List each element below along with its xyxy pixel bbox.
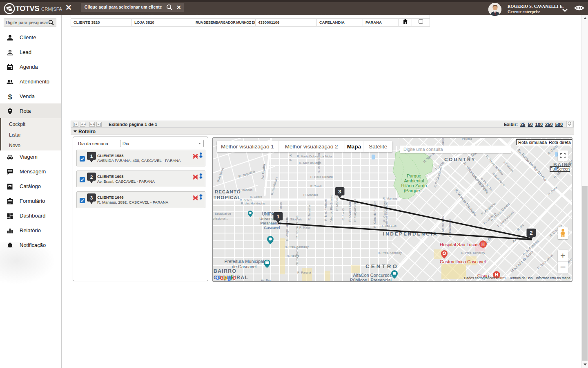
- svg-text:BAIRRO: BAIRRO: [214, 268, 236, 274]
- svg-text:1: 1: [276, 213, 280, 220]
- svg-text:Pelotas: Pelotas: [462, 138, 472, 141]
- svg-text:- Cascavel: - Cascavel: [262, 225, 280, 230]
- svg-text:de Cascavel: de Cascavel: [232, 264, 257, 269]
- svg-text:2: 2: [90, 174, 93, 180]
- svg-text:RECANTO: RECANTO: [215, 189, 241, 194]
- svg-text:R. das Hortências: R. das Hortências: [241, 202, 265, 205]
- svg-text:Parque: Parque: [407, 173, 421, 178]
- svg-text:Públicos | Presencial: Públicos | Presencial: [350, 278, 392, 282]
- svg-text:R. Sete de Setembro: R. Sete de Setembro: [385, 202, 388, 231]
- svg-text:R. Maria Dolores da Mota: R. Maria Dolores da Mota: [297, 155, 332, 158]
- svg-text:Nereu Ramos: Nereu Ramos: [295, 246, 299, 265]
- svg-text:1: 1: [90, 153, 93, 159]
- svg-text:3: 3: [338, 188, 341, 195]
- svg-text:TROPICAL: TROPICAL: [214, 195, 241, 200]
- svg-text:R. Paraná: R. Paraná: [297, 271, 312, 274]
- svg-text:R. Jorge Lacerda: R. Jorge Lacerda: [285, 217, 289, 241]
- svg-text:R. Manaus: R. Manaus: [238, 188, 253, 192]
- svg-text:Visc. do Rio Branco: Visc. do Rio Branco: [330, 195, 333, 222]
- svg-text:Prefeitura Municipal: Prefeitura Municipal: [224, 259, 264, 264]
- svg-text:R. Nereu Ramos: R. Nereu Ramos: [295, 215, 299, 238]
- svg-text:Estadual de: Estadual de: [215, 212, 231, 215]
- svg-text:R. Pres. Kennedy: R. Pres. Kennedy: [461, 251, 485, 255]
- svg-text:R. Pio XII: R. Pio XII: [341, 207, 345, 220]
- svg-text:R. São Luis: R. São Luis: [381, 224, 396, 228]
- svg-text:R. Ovaldo Cruz: R. Ovaldo Cruz: [348, 200, 352, 222]
- svg-text:R. Pres. Kennedy: R. Pres. Kennedy: [378, 251, 402, 255]
- svg-text:Gastroclínica Cascavel: Gastroclínica Cascavel: [440, 259, 486, 264]
- svg-text:3: 3: [90, 195, 93, 201]
- svg-text:2: 2: [530, 230, 533, 236]
- svg-text:R. Teresina: R. Teresina: [307, 204, 311, 220]
- svg-text:(Parque…: (Parque…: [404, 188, 424, 193]
- svg-text:R. Mal. Floriano: R. Mal. Floriano: [324, 199, 327, 221]
- svg-text:Hilário Zardo: Hilário Zardo: [401, 183, 427, 188]
- svg-text:R. Manaus: R. Manaus: [383, 197, 398, 200]
- svg-text:R. Tuiuti: R. Tuiuti: [310, 184, 322, 188]
- svg-text:R. Jo: R. Jo: [289, 153, 292, 161]
- svg-text:R. Hélio Richard: R. Hélio Richard: [310, 175, 333, 179]
- svg-text:R. Natal: R. Natal: [299, 226, 310, 229]
- svg-text:Ambiental: Ambiental: [404, 178, 424, 183]
- svg-text:AlfaCon Concursos: AlfaCon Concursos: [353, 273, 392, 278]
- svg-text:$: $: [8, 93, 12, 100]
- svg-text:R. Manaus: R. Manaus: [303, 193, 318, 197]
- svg-text:Hospital São Lucas: Hospital São Lucas: [440, 242, 479, 247]
- svg-text:H: H: [481, 242, 485, 247]
- svg-text:c. do Rio Bran: c. do Rio Bran: [317, 153, 321, 173]
- svg-text:CENTRO: CENTRO: [365, 263, 399, 269]
- svg-text:Av. Bra: Av. Bra: [261, 278, 271, 282]
- svg-text:ofissional...: ofissional...: [213, 217, 228, 220]
